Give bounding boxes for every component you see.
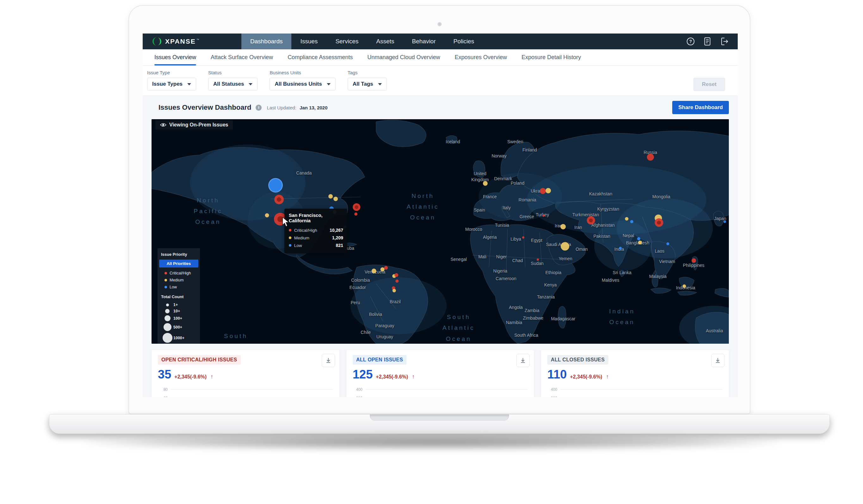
issue-dot-yellow-4[interactable] bbox=[328, 194, 333, 199]
tooltip-title: San Francisco, California bbox=[289, 213, 343, 223]
map-label-chile: Chile bbox=[361, 329, 371, 335]
issue-dot-yellow-5[interactable] bbox=[334, 197, 338, 201]
download-icon[interactable] bbox=[516, 354, 529, 367]
legend-count-label: 10+ bbox=[173, 309, 180, 313]
map-label-oman: Oman bbox=[576, 246, 588, 252]
tab-issues-overview[interactable]: Issues Overview bbox=[154, 49, 196, 65]
tab-attack-surface-overview[interactable]: Attack Surface Overview bbox=[211, 49, 273, 65]
logout-icon[interactable] bbox=[720, 37, 729, 46]
stat-number-row: 125+2,345(-9.6%)↑ bbox=[353, 368, 528, 381]
legend-all-priorities[interactable]: All Priorities bbox=[159, 260, 198, 267]
nav-item-policies[interactable]: Policies bbox=[445, 34, 483, 49]
issue-dot-red-37[interactable] bbox=[691, 258, 696, 263]
issue-dot-red-27[interactable] bbox=[522, 237, 525, 239]
share-dashboard-button[interactable]: Share Dashboard bbox=[672, 101, 729, 114]
tab-exposures-overview[interactable]: Exposures Overview bbox=[454, 49, 507, 65]
chart-grid-row: 300 bbox=[353, 394, 528, 397]
issue-dot-blue-29[interactable] bbox=[619, 247, 622, 250]
chart-grid-label: 80 bbox=[158, 387, 171, 392]
map-label-south: South Pacific bbox=[222, 331, 250, 344]
map-label-yemen: Yemen bbox=[559, 255, 572, 262]
issue-dot-yellow-21[interactable] bbox=[546, 188, 551, 193]
issue-dot-yellow-30[interactable] bbox=[638, 241, 642, 244]
page-background: XPANSE ™ DashboardsIssuesServicesAssetsB… bbox=[0, 0, 863, 504]
issue-dot-red-20[interactable] bbox=[540, 188, 546, 194]
last-updated-label: Last Updated: bbox=[267, 105, 296, 110]
map-label-mali: Mali bbox=[478, 254, 487, 260]
release-notes-icon[interactable] bbox=[703, 37, 712, 46]
issue-dot-red-15[interactable] bbox=[395, 273, 398, 277]
issue-dot-yellow-38[interactable] bbox=[683, 285, 686, 288]
nav-item-dashboards[interactable]: Dashboards bbox=[241, 34, 291, 49]
issue-dot-red-16[interactable] bbox=[396, 279, 399, 283]
laptop-shadow bbox=[82, 435, 781, 450]
map-label-senegal: Senegal bbox=[450, 256, 467, 262]
tab-unmanaged-cloud-overview[interactable]: Unmanaged Cloud Overview bbox=[367, 49, 440, 65]
tab-exposure-detail-history[interactable]: Exposure Detail History bbox=[521, 49, 581, 65]
issue-dot-yellow-18[interactable] bbox=[392, 289, 396, 292]
download-icon[interactable] bbox=[711, 354, 724, 367]
issue-dot-yellow-24[interactable] bbox=[561, 224, 566, 229]
nav-item-behavior[interactable]: Behavior bbox=[403, 34, 445, 49]
issue-dot-yellow-3[interactable] bbox=[265, 213, 269, 217]
help-icon[interactable]: ? bbox=[686, 37, 695, 46]
nav-item-assets[interactable]: Assets bbox=[367, 34, 403, 49]
filter-dropdown-issue-type[interactable]: Issue Types bbox=[147, 78, 196, 90]
map-label-ecuador: Ecuador bbox=[349, 284, 366, 290]
world-map[interactable]: North Pacific OceanNorth Atlantic OceanS… bbox=[151, 119, 729, 344]
chart-grid-line bbox=[560, 389, 723, 390]
legend-total-title: Total Count bbox=[158, 294, 200, 299]
download-icon[interactable] bbox=[322, 354, 335, 367]
issue-dot-red-13[interactable] bbox=[384, 266, 388, 270]
issue-dot-red-9[interactable] bbox=[354, 213, 358, 216]
info-icon[interactable]: i bbox=[255, 105, 262, 111]
issue-dot-red-8[interactable] bbox=[353, 203, 360, 211]
nav-item-services[interactable]: Services bbox=[326, 34, 367, 49]
map-label-chad: Chad bbox=[512, 258, 523, 264]
filter-dropdown-status[interactable]: All Statuses bbox=[208, 78, 258, 90]
nav-item-issues[interactable]: Issues bbox=[291, 34, 326, 49]
stat-card-badge: OPEN CRITICAL/HIGH ISSUES bbox=[158, 355, 241, 365]
issue-dot-yellow-26[interactable] bbox=[561, 242, 569, 250]
brand-trademark: ™ bbox=[197, 38, 199, 41]
filter-value-status: All Statuses bbox=[213, 81, 244, 87]
mouse-cursor-icon bbox=[282, 217, 290, 227]
issue-dot-yellow-11[interactable] bbox=[371, 268, 376, 273]
issue-dot-red-22[interactable] bbox=[542, 214, 545, 217]
map-label-norway: Norway bbox=[492, 153, 506, 159]
issue-dot-blue-36[interactable] bbox=[666, 242, 669, 245]
tab-compliance-assessments[interactable]: Compliance Assessments bbox=[288, 49, 353, 65]
filter-value-business-units: All Business Units bbox=[275, 81, 322, 87]
svg-text:?: ? bbox=[689, 39, 692, 44]
issue-dot-red-1[interactable] bbox=[274, 195, 284, 204]
dashboard-header: Issues Overview Dashboard i Last Updated… bbox=[151, 96, 729, 119]
stat-card-badge: ALL CLOSED ISSUES bbox=[547, 355, 608, 365]
stat-cards: OPEN CRITICAL/HIGH ISSUES35+2,345(-9.6%)… bbox=[151, 350, 729, 397]
map-label-indian: Indian Ocean bbox=[609, 306, 635, 328]
issue-dot-red-25[interactable] bbox=[587, 216, 595, 225]
issue-dot-yellow-32[interactable] bbox=[625, 217, 628, 221]
issue-dot-red-23[interactable] bbox=[647, 154, 654, 161]
chevron-down-icon bbox=[378, 83, 382, 85]
legend-priority-low[interactable]: Low bbox=[158, 284, 200, 291]
legend-priority-medium[interactable]: Medium bbox=[158, 277, 200, 284]
map-label-turkmenistan: Turkmenistan bbox=[572, 212, 599, 217]
filter-dropdown-business-units[interactable]: All Business Units bbox=[270, 78, 335, 90]
issue-dot-red-28[interactable] bbox=[537, 258, 539, 261]
tooltip-dot-icon bbox=[289, 237, 291, 239]
filter-dropdown-tags[interactable]: All Tags bbox=[348, 78, 387, 90]
map-label-north: North Pacific Ocean bbox=[193, 195, 222, 228]
issue-dot-blue-33[interactable] bbox=[630, 220, 633, 223]
issue-dot-blue-31[interactable] bbox=[637, 237, 640, 240]
issue-dot-yellow-19[interactable] bbox=[483, 181, 488, 186]
tooltip-row-critical-high: Critical/High10,267 bbox=[289, 226, 343, 234]
map-label-poland: Poland bbox=[511, 180, 525, 186]
reset-button[interactable]: Reset bbox=[693, 78, 725, 91]
legend-priority-critical-high[interactable]: Critical/High bbox=[158, 270, 200, 277]
last-updated-value: Jan 13, 2020 bbox=[300, 105, 327, 110]
issue-dot-blue-0[interactable] bbox=[268, 178, 283, 192]
map-label-laos: Laos bbox=[655, 248, 664, 254]
issue-dot-red-35[interactable] bbox=[655, 218, 663, 227]
brand-logo[interactable]: XPANSE ™ bbox=[143, 34, 241, 49]
issue-dot-blue-39[interactable] bbox=[724, 220, 726, 223]
